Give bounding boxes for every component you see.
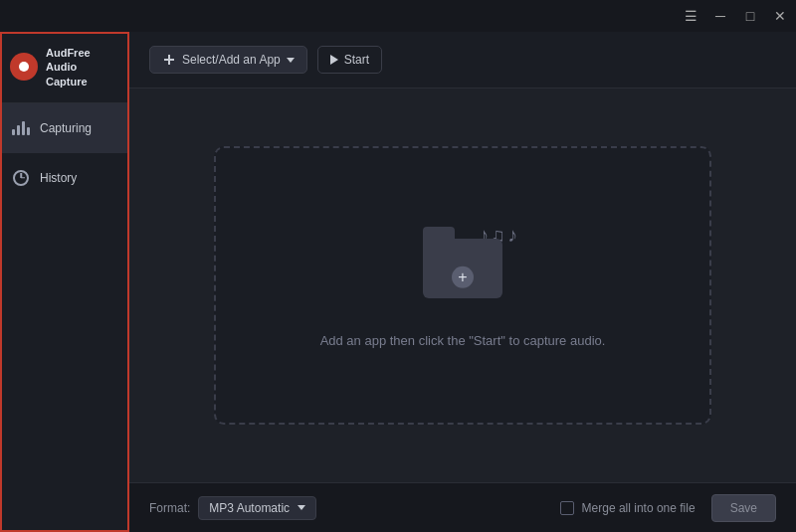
toolbar: Select/Add an App Start [129,32,796,89]
menu-button[interactable]: ☰ [683,8,698,24]
format-section: Format: MP3 Automatic [149,496,316,520]
content-area: Select/Add an App Start ♪ ♫ ♪ [129,32,796,532]
format-value: MP3 Automatic [209,501,290,515]
merge-checkbox[interactable] [560,501,574,515]
drop-area: ♪ ♫ ♪ + Add an app then click the "Start… [129,89,796,482]
format-dropdown[interactable]: MP3 Automatic [198,496,316,520]
merge-section: Merge all into one file [560,501,696,515]
capturing-label: Capturing [40,121,92,135]
history-label: History [40,171,77,185]
bottom-right-section: Merge all into one file Save [560,494,776,522]
history-clock-icon [13,170,29,186]
close-button[interactable]: ✕ [772,8,788,24]
sidebar-item-history[interactable]: History [0,153,128,203]
start-button[interactable]: Start [317,46,382,74]
folder-icon: + [423,239,502,298]
format-label: Format: [149,501,190,515]
save-button[interactable]: Save [711,494,776,522]
logo-record-dot [19,62,29,72]
sidebar: AudFree Audio Capture Capturing History [0,32,129,532]
chevron-down-icon [287,58,295,63]
bottom-bar: Format: MP3 Automatic Merge all into one… [129,482,796,532]
drop-zone: ♪ ♫ ♪ + Add an app then click the "Start… [214,146,711,425]
minimize-button[interactable]: ─ [712,8,728,24]
audio-bars-icon [12,121,30,135]
clock-icon [12,169,30,187]
sidebar-item-capturing[interactable]: Capturing [0,103,128,153]
play-icon [330,55,338,65]
format-chevron-icon [298,505,305,510]
main-layout: AudFree Audio Capture Capturing History [0,32,796,532]
logo-text: AudFree Audio Capture [46,46,118,89]
bars-icon [12,119,30,137]
drop-hint-text: Add an app then click the "Start" to cap… [320,333,606,348]
select-app-button[interactable]: Select/Add an App [149,46,307,74]
plus-icon [162,53,176,67]
title-bar: ☰ ─ □ ✕ [0,0,796,32]
merge-label: Merge all into one file [582,501,696,515]
drop-illustration: ♪ ♫ ♪ + [413,224,512,313]
folder-plus-icon: + [452,266,474,287]
logo-icon [10,53,38,81]
app-logo: AudFree Audio Capture [0,32,128,103]
maximize-button[interactable]: □ [742,8,758,24]
